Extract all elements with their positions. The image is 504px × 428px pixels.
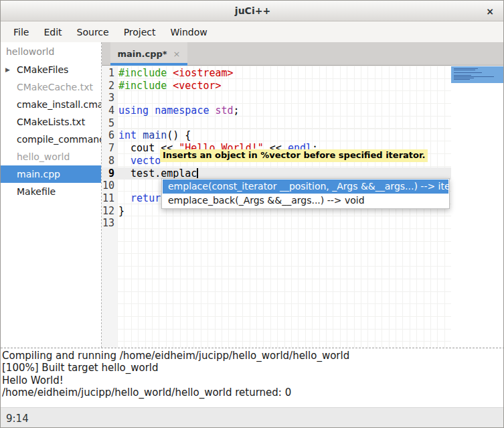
code-line-1: #include <iostream> <box>117 67 451 80</box>
tree-item-main-cpp[interactable]: main.cpp <box>1 165 101 183</box>
editor-body[interactable]: 1 2 3 4 5 6 7 8 9 10 11 12 13 #include <… <box>102 66 504 348</box>
text-cursor <box>197 168 198 178</box>
menu-window[interactable]: Window <box>163 23 215 41</box>
tree-item-cmakecache[interactable]: CMakeCache.txt <box>1 78 101 96</box>
code-token: <iostream> <box>173 67 233 79</box>
line-number: 2 <box>102 80 117 92</box>
minimap-code-line <box>454 70 475 70</box>
code-line-5 <box>117 117 451 130</box>
tree-item-label: CMakeCache.txt <box>17 82 93 92</box>
code-token: std <box>216 104 234 117</box>
tree-item-label: CMakeLists.txt <box>17 117 85 127</box>
code-token: int <box>118 129 137 141</box>
minimap-visible-region[interactable] <box>451 66 504 83</box>
line-number: 4 <box>102 104 117 117</box>
tab-label: main.cpp* <box>118 49 167 59</box>
autocomplete-item-emplace-back[interactable]: emplace_back(_Args &&__args...) --> void <box>163 194 448 208</box>
status-bar: 9:14 <box>1 407 504 428</box>
code-token <box>137 129 143 141</box>
code-token: using <box>118 104 149 117</box>
line-number: 12 <box>102 205 117 218</box>
code-token <box>167 67 173 79</box>
tree-item-makefile[interactable]: Makefile <box>1 183 101 200</box>
line-number: 11 <box>102 192 117 205</box>
window-title: juCi++ <box>235 5 270 16</box>
code-line-2: #include <vector> <box>117 80 451 92</box>
documentation-tooltip: Inserts an object in %vector before spec… <box>160 149 428 162</box>
code-token: #include <box>118 67 167 79</box>
code-token <box>118 155 131 167</box>
terminal-line: Hello World! <box>2 374 504 386</box>
code-token <box>118 192 131 204</box>
code-token: } <box>118 205 124 217</box>
line-number: 5 <box>102 117 117 130</box>
menu-file[interactable]: File <box>6 23 36 41</box>
code-token: main <box>143 129 167 141</box>
project-root-label: helloworld <box>1 42 101 61</box>
menu-bar: File Edit Source Project Window <box>1 21 504 42</box>
line-number-current: 9 <box>102 167 117 180</box>
tab-bar: main.cpp* × <box>102 42 504 66</box>
line-number: 6 <box>102 129 117 142</box>
expander-triangle-icon[interactable]: ▶ <box>5 61 10 78</box>
code-token <box>209 104 215 117</box>
line-number: 3 <box>102 92 117 104</box>
code-token: () { <box>167 129 191 141</box>
main-area: helloworld ▶ CMakeFiles CMakeCache.txt c… <box>1 42 504 348</box>
code-token: vecto <box>131 155 161 167</box>
autocomplete-popup: emplace(const_iterator __position, _Args… <box>161 178 450 209</box>
code-token <box>167 80 173 92</box>
editor-pane: main.cpp* × 1 2 3 4 5 6 7 8 9 10 11 <box>102 42 504 348</box>
terminal-line: Compiling and running /home/eidheim/juci… <box>2 350 504 362</box>
line-number: 10 <box>102 180 117 192</box>
tree-item-label: main.cpp <box>17 169 60 180</box>
code-token: retur <box>131 192 161 204</box>
code-line-13 <box>117 217 451 230</box>
code-line-3 <box>117 92 451 104</box>
close-window-icon[interactable]: × <box>483 5 497 18</box>
menu-source[interactable]: Source <box>70 23 116 41</box>
tree-item-label: hello_world <box>17 151 70 162</box>
file-tree: helloworld ▶ CMakeFiles CMakeCache.txt c… <box>1 42 102 348</box>
minimap-scrollbar[interactable] <box>451 66 504 348</box>
terminal-line: /home/eidheim/jucipp/hello_world/hello_w… <box>2 386 504 399</box>
code-token: test.emplac <box>118 167 197 180</box>
code-token <box>149 104 155 117</box>
minimap-code-line <box>454 78 474 78</box>
tree-item-label: compile_commands.json <box>17 134 101 145</box>
code-token: namespace <box>155 104 209 117</box>
line-number: 8 <box>102 155 117 167</box>
menu-edit[interactable]: Edit <box>36 23 69 41</box>
line-number: 1 <box>102 67 117 80</box>
title-bar[interactable]: juCi++ × <box>1 1 504 21</box>
menu-project[interactable]: Project <box>116 23 163 41</box>
tree-item-label: Makefile <box>17 186 56 197</box>
minimap-code-line <box>454 75 471 76</box>
code-token: ; <box>234 104 240 117</box>
jucipp-window: juCi++ × File Edit Source Project Window… <box>0 0 504 428</box>
tab-close-icon[interactable]: × <box>173 49 181 59</box>
line-number: 13 <box>102 217 117 230</box>
tree-item-label: cmake_install.cmake <box>17 99 101 110</box>
cursor-position-indicator: 9:14 <box>6 413 29 425</box>
tab-main-cpp[interactable]: main.cpp* × <box>110 42 187 66</box>
code-line-4: using namespace std; <box>117 104 451 117</box>
tree-item-cmake-install[interactable]: cmake_install.cmake <box>1 96 101 113</box>
build-output-panel[interactable]: Compiling and running /home/eidheim/juci… <box>1 348 504 407</box>
code-token: #include <box>118 80 167 92</box>
minimap-code-line <box>454 72 482 73</box>
tree-item-label: CMakeFiles <box>17 64 68 75</box>
tree-item-compile-commands[interactable]: compile_commands.json <box>1 131 101 148</box>
minimap-code-line <box>454 76 494 77</box>
minimap-code-line <box>454 68 478 69</box>
code-token: <vector> <box>173 80 221 92</box>
minimap-code-line <box>454 79 470 80</box>
tree-item-hello-world[interactable]: hello_world <box>1 148 101 165</box>
code-line-6: int main() { <box>117 129 451 142</box>
tree-item-cmakelists[interactable]: CMakeLists.txt <box>1 113 101 131</box>
autocomplete-item-emplace[interactable]: emplace(const_iterator __position, _Args… <box>163 180 448 194</box>
line-number: 7 <box>102 142 117 155</box>
tree-item-cmakefiles[interactable]: ▶ CMakeFiles <box>1 61 101 78</box>
terminal-line: [100%] Built target hello_world <box>2 362 504 374</box>
line-number-gutter: 1 2 3 4 5 6 7 8 9 10 11 12 13 <box>102 66 117 348</box>
